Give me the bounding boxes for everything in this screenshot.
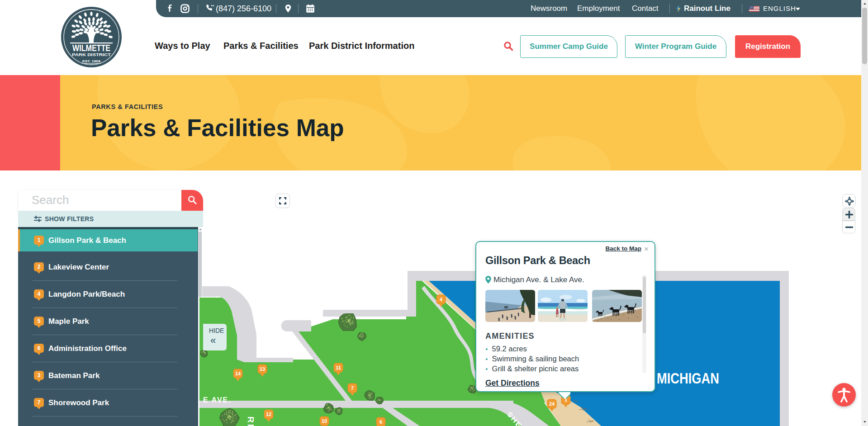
svg-text:13: 13 (260, 366, 265, 372)
svg-text:MICHIGAN: MICHIGAN (657, 369, 719, 387)
svg-text:11: 11 (336, 365, 341, 370)
svg-text:7: 7 (351, 385, 354, 391)
svg-text:10: 10 (322, 418, 327, 424)
svg-text:4: 4 (440, 297, 443, 302)
svg-text:E AVE.: E AVE. (203, 396, 232, 404)
svg-text:6: 6 (379, 419, 382, 425)
svg-text:EST. 1908: EST. 1908 (82, 59, 101, 63)
svg-text:14: 14 (235, 371, 241, 376)
svg-text:RIDGE: RIDGE (246, 417, 256, 426)
svg-text:24: 24 (549, 401, 555, 407)
svg-text:PARK DISTRICT: PARK DISTRICT (72, 52, 111, 57)
svg-text:12: 12 (266, 412, 271, 417)
svg-text:WILMETTE: WILMETTE (72, 43, 110, 53)
